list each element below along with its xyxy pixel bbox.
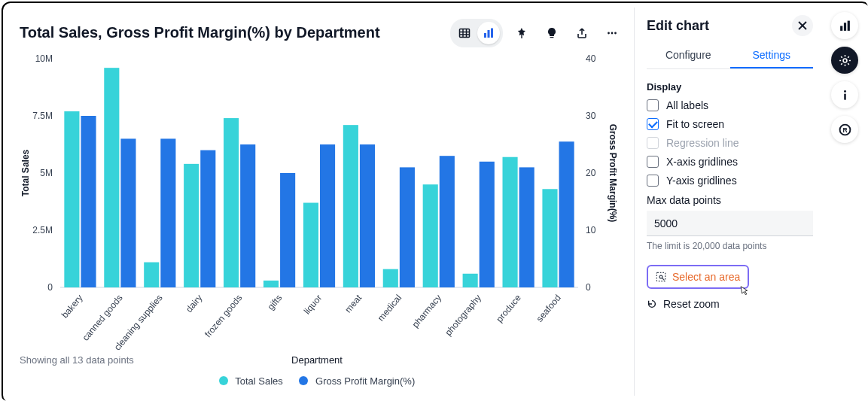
svg-text:7.5M: 7.5M — [32, 111, 53, 121]
svg-point-10 — [608, 32, 610, 35]
checkbox-icon — [647, 99, 659, 111]
share-button[interactable] — [571, 22, 593, 44]
svg-text:40: 40 — [586, 54, 596, 64]
svg-rect-7 — [491, 29, 493, 38]
opt-x-gridlines[interactable]: X-axis gridlines — [647, 156, 813, 168]
svg-rect-56 — [463, 274, 478, 287]
viz-toolbar — [450, 20, 623, 47]
opt-y-gridlines[interactable]: Y-axis gridlines — [647, 175, 813, 187]
panel-tabs: Configure Settings — [647, 41, 813, 69]
svg-text:Gross Profit Margin(%): Gross Profit Margin(%) — [608, 124, 617, 223]
svg-text:10M: 10M — [35, 54, 53, 64]
svg-rect-5 — [484, 33, 486, 38]
svg-text:0: 0 — [586, 282, 591, 293]
svg-rect-59 — [503, 157, 518, 287]
checkbox-icon — [647, 118, 659, 130]
opt-fit-to-screen[interactable]: Fit to screen — [647, 118, 813, 130]
svg-text:liquor: liquor — [302, 293, 324, 316]
more-button[interactable] — [601, 22, 623, 44]
svg-rect-35 — [184, 164, 199, 287]
svg-rect-71 — [843, 23, 845, 31]
svg-rect-54 — [440, 156, 455, 287]
rail-chart-button[interactable] — [831, 12, 858, 39]
svg-text:produce: produce — [494, 293, 523, 324]
svg-text:10: 10 — [586, 225, 596, 235]
svg-rect-33 — [160, 138, 175, 287]
checkbox-icon — [647, 137, 659, 149]
cursor-icon — [739, 286, 749, 296]
rail-info-button[interactable] — [831, 81, 858, 108]
opt-regression-line: Regression line — [647, 137, 813, 149]
svg-line-69 — [662, 278, 665, 281]
svg-rect-72 — [847, 20, 849, 30]
legend-swatch-gpm — [299, 376, 308, 385]
svg-rect-75 — [844, 93, 846, 100]
rail-settings-button[interactable] — [831, 47, 858, 74]
svg-text:2.5M: 2.5M — [32, 225, 53, 235]
svg-point-74 — [844, 90, 846, 93]
edit-chart-panel: Edit chart Configure Settings Display Al… — [634, 8, 822, 396]
svg-rect-36 — [200, 150, 215, 287]
svg-text:Total Sales: Total Sales — [20, 149, 31, 196]
svg-rect-45 — [320, 144, 335, 287]
svg-rect-41 — [263, 281, 279, 287]
max-points-label: Max data points — [647, 194, 813, 206]
chart-area: Total Sales, Gross Profit Margin(%) by D… — [8, 8, 626, 396]
right-rail: R — [827, 8, 863, 396]
x-axis-title: Department — [8, 354, 626, 366]
table-view-button[interactable] — [453, 22, 476, 44]
svg-text:photography: photography — [443, 293, 483, 338]
tab-configure[interactable]: Configure — [647, 41, 730, 68]
svg-rect-57 — [480, 162, 495, 287]
svg-text:30: 30 — [586, 111, 596, 121]
pin-button[interactable] — [510, 22, 533, 44]
display-header: Display — [647, 81, 813, 93]
svg-text:0: 0 — [47, 282, 53, 293]
svg-rect-48 — [360, 144, 375, 287]
select-area-button[interactable]: Select an area — [647, 265, 749, 289]
svg-rect-60 — [519, 167, 535, 287]
view-mode-segment — [450, 19, 503, 47]
svg-text:5M: 5M — [40, 168, 53, 178]
svg-rect-39 — [240, 144, 255, 287]
svg-text:medical: medical — [376, 293, 404, 324]
svg-rect-27 — [81, 116, 96, 287]
reset-zoom-button[interactable]: Reset zoom — [647, 298, 813, 310]
svg-text:gifts: gifts — [265, 293, 284, 312]
svg-point-73 — [843, 59, 847, 62]
svg-rect-9 — [550, 37, 554, 38]
svg-rect-26 — [64, 111, 79, 287]
svg-rect-38 — [224, 118, 239, 287]
tab-settings[interactable]: Settings — [730, 41, 814, 68]
svg-point-11 — [611, 32, 614, 35]
svg-text:R: R — [842, 126, 847, 133]
checkbox-icon — [647, 175, 659, 187]
panel-title: Edit chart — [647, 18, 709, 34]
legend-swatch-total-sales — [219, 376, 228, 385]
legend: Total Sales Gross Profit Margin(%) — [8, 375, 626, 387]
bar-chart-svg: 02.5M5M7.5M10M010203040Total SalesGross … — [17, 54, 617, 352]
svg-rect-0 — [460, 29, 470, 38]
rail-registered-button[interactable]: R — [831, 116, 858, 143]
max-points-input[interactable] — [647, 211, 813, 236]
svg-rect-51 — [400, 167, 415, 287]
chart-view-button[interactable] — [477, 22, 500, 44]
svg-rect-8 — [521, 34, 522, 38]
svg-text:canned goods: canned goods — [80, 293, 124, 343]
svg-rect-42 — [280, 173, 295, 287]
legend-label-b: Gross Profit Margin(%) — [315, 375, 415, 387]
svg-text:meat: meat — [343, 292, 364, 314]
chart-plot[interactable]: 02.5M5M7.5M10M010203040Total SalesGross … — [17, 54, 617, 352]
opt-all-labels[interactable]: All labels — [647, 99, 813, 111]
svg-text:dairy: dairy — [184, 293, 204, 314]
insight-button[interactable] — [541, 22, 563, 44]
max-points-hint: The limit is 20,000 data points — [647, 241, 813, 251]
chart-title: Total Sales, Gross Profit Margin(%) by D… — [20, 24, 380, 41]
svg-rect-32 — [144, 263, 159, 287]
svg-rect-70 — [840, 26, 842, 30]
svg-text:20: 20 — [586, 168, 596, 178]
close-panel-button[interactable] — [792, 15, 813, 36]
svg-point-12 — [614, 32, 617, 35]
svg-rect-30 — [120, 138, 136, 287]
svg-rect-47 — [343, 125, 358, 287]
